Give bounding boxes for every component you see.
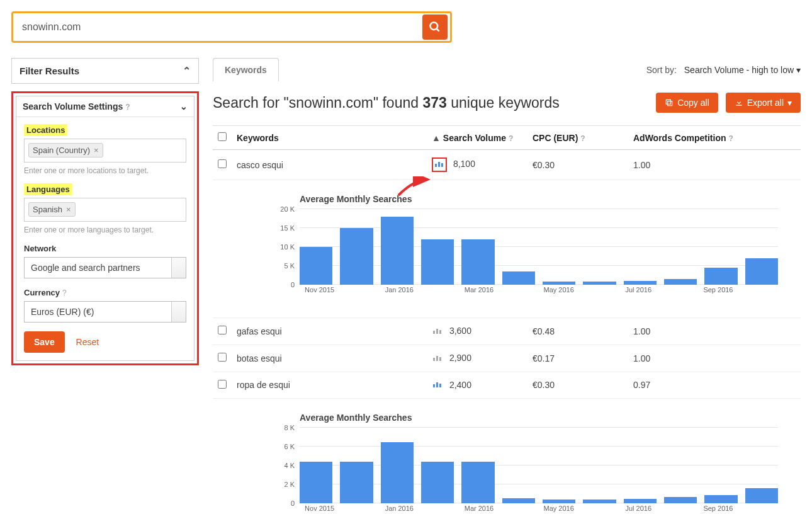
copy-all-button[interactable]: Copy all bbox=[656, 93, 718, 113]
cell-cpc: €0.30 bbox=[527, 150, 628, 180]
svg-rect-2 bbox=[668, 101, 672, 106]
chart-bar bbox=[543, 282, 575, 285]
col-keywords[interactable]: Keywords bbox=[232, 126, 427, 150]
x-tick bbox=[578, 505, 618, 514]
svg-rect-5 bbox=[438, 162, 440, 167]
search-button[interactable] bbox=[422, 14, 448, 40]
chart-bar bbox=[340, 228, 373, 285]
help-icon[interactable]: ? bbox=[580, 134, 585, 143]
cell-cpc: €0.48 bbox=[527, 318, 628, 345]
chart-bar bbox=[502, 271, 535, 285]
svg-rect-9 bbox=[439, 330, 441, 334]
chart-bar bbox=[745, 258, 778, 285]
cell-keyword: casco esqui bbox=[232, 150, 427, 180]
search-icon bbox=[429, 21, 441, 33]
sort-by: Sort by: Search Volume - high to low ▾ bbox=[646, 65, 801, 75]
chart-title: Average Monthly Searches bbox=[300, 194, 796, 204]
row-checkbox[interactable] bbox=[218, 159, 227, 168]
languages-hint: Enter one or more languages to target. bbox=[24, 226, 186, 234]
table-row: ropa de esqui 2,400 €0.30 0.97 bbox=[213, 372, 801, 399]
x-tick: Jan 2016 bbox=[380, 505, 419, 514]
svg-rect-11 bbox=[436, 356, 438, 361]
col-search-volume[interactable]: ▲Search Volume ? bbox=[427, 126, 527, 150]
col-cpc[interactable]: CPC (EUR) ? bbox=[527, 126, 628, 150]
cell-search-volume: 2,400 bbox=[427, 372, 527, 399]
x-tick bbox=[578, 286, 618, 297]
x-tick: Nov 2015 bbox=[300, 286, 339, 297]
cell-search-volume: 8,100 bbox=[427, 150, 527, 180]
locations-label: Locations bbox=[24, 124, 67, 136]
cell-adwords: 1.00 bbox=[628, 318, 801, 345]
chart-icon[interactable] bbox=[432, 380, 443, 391]
row-checkbox[interactable] bbox=[218, 353, 227, 362]
search-bar bbox=[11, 11, 452, 43]
row-checkbox[interactable] bbox=[218, 380, 227, 389]
export-all-button[interactable]: Export all ▾ bbox=[726, 93, 801, 113]
chart-icon[interactable] bbox=[432, 157, 447, 172]
chart-bar bbox=[300, 462, 332, 503]
col-adwords-competition[interactable]: AdWords Competition ? bbox=[628, 126, 801, 150]
chart-bar bbox=[300, 247, 332, 285]
sort-asc-icon: ▲ bbox=[432, 133, 441, 143]
x-tick bbox=[339, 505, 379, 514]
x-tick bbox=[658, 286, 698, 297]
locations-tag: Spain (Country) × bbox=[28, 143, 103, 157]
sort-by-select[interactable]: Search Volume - high to low ▾ bbox=[684, 65, 801, 75]
filter-results-header[interactable]: Filter Results ⌃ bbox=[12, 59, 198, 83]
svg-point-0 bbox=[431, 23, 438, 30]
svg-rect-8 bbox=[436, 329, 438, 334]
network-select[interactable]: Google and search partners bbox=[24, 257, 186, 278]
help-icon[interactable]: ? bbox=[509, 134, 513, 143]
x-tick: Mar 2016 bbox=[459, 286, 499, 297]
cell-adwords: 0.97 bbox=[628, 372, 801, 399]
download-icon bbox=[735, 98, 743, 107]
chart-bar bbox=[583, 500, 616, 503]
chart-title: Average Monthly Searches bbox=[300, 413, 796, 423]
x-tick: Mar 2016 bbox=[459, 505, 499, 514]
chart-icon[interactable] bbox=[432, 326, 443, 337]
cell-search-volume: 3,600 bbox=[427, 318, 527, 345]
svg-rect-10 bbox=[433, 358, 435, 361]
results-headline: Search for "snowinn.com" found 373 uniqu… bbox=[213, 94, 560, 111]
table-row: casco esqui 8,100 €0.30 1.00 bbox=[213, 150, 801, 180]
cell-search-volume: 2,900 bbox=[427, 345, 527, 372]
x-tick bbox=[419, 505, 459, 514]
svg-rect-15 bbox=[439, 384, 441, 387]
help-icon[interactable]: ? bbox=[62, 288, 67, 297]
locations-input[interactable]: Spain (Country) × bbox=[24, 139, 186, 163]
search-input[interactable] bbox=[16, 21, 422, 33]
x-tick bbox=[499, 505, 539, 514]
chart-bar bbox=[421, 462, 454, 503]
chart-icon[interactable] bbox=[432, 353, 443, 364]
table-row: gafas esqui 3,600 €0.48 1.00 bbox=[213, 318, 801, 345]
languages-label: Languages bbox=[24, 183, 72, 195]
chevron-down-icon: ⌄ bbox=[180, 101, 188, 111]
languages-input[interactable]: Spanish × bbox=[24, 198, 186, 222]
tab-keywords[interactable]: Keywords bbox=[213, 58, 279, 81]
chart-bar bbox=[502, 498, 535, 503]
chart-bar bbox=[745, 488, 778, 503]
chart-bar bbox=[461, 239, 494, 285]
remove-tag-icon[interactable]: × bbox=[66, 205, 71, 214]
svg-rect-6 bbox=[441, 163, 443, 167]
x-tick: Sep 2016 bbox=[698, 286, 738, 297]
currency-select[interactable]: Euros (EUR) (€) bbox=[24, 301, 186, 323]
help-icon[interactable]: ? bbox=[728, 134, 733, 143]
cell-keyword: botas esqui bbox=[232, 345, 427, 372]
save-button[interactable]: Save bbox=[24, 331, 65, 353]
help-icon[interactable]: ? bbox=[125, 103, 130, 111]
select-all-checkbox[interactable] bbox=[218, 132, 227, 141]
cell-keyword: gafas esqui bbox=[232, 318, 427, 345]
reset-button[interactable]: Reset bbox=[76, 337, 99, 347]
highlight-box: Search Volume Settings ? ⌄ Locations Spa… bbox=[11, 91, 199, 365]
chart-bar bbox=[704, 268, 737, 285]
svg-line-1 bbox=[437, 29, 439, 31]
chart-bar bbox=[624, 499, 657, 504]
remove-tag-icon[interactable]: × bbox=[94, 146, 99, 155]
row-checkbox[interactable] bbox=[218, 326, 227, 334]
x-tick bbox=[738, 286, 778, 297]
search-volume-settings-header[interactable]: Search Volume Settings ? ⌄ bbox=[16, 96, 194, 117]
network-label: Network bbox=[24, 244, 56, 253]
table-row: botas esqui 2,900 €0.17 1.00 bbox=[213, 345, 801, 372]
x-tick bbox=[339, 286, 379, 297]
